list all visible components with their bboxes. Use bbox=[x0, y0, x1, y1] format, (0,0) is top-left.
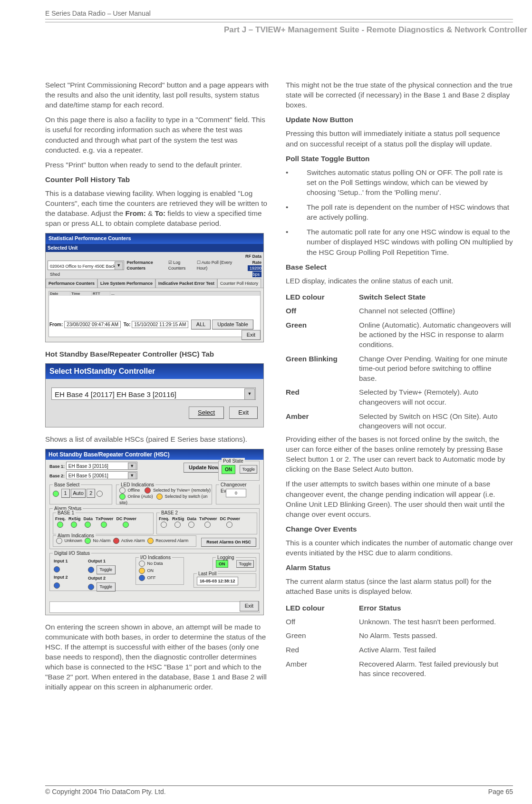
log-counters-check[interactable]: ☑ Log Counters bbox=[168, 260, 194, 271]
para: This might not be the true state of the … bbox=[286, 80, 513, 110]
select-button[interactable]: Select bbox=[189, 407, 224, 419]
label: Online (Auto) bbox=[128, 494, 153, 499]
led-icon bbox=[54, 566, 60, 572]
exit-button[interactable]: Exit bbox=[229, 407, 258, 419]
tab-active[interactable]: Counter Poll History bbox=[217, 279, 261, 288]
label: ON bbox=[147, 568, 154, 573]
reset-alarms-button[interactable]: Reset Alarms On HSC bbox=[201, 538, 256, 546]
input1-label: Input 1 bbox=[54, 559, 68, 563]
col: TxPower bbox=[96, 516, 114, 521]
output2-toggle-button[interactable]: Toggle bbox=[97, 582, 116, 591]
label: Offline bbox=[128, 488, 140, 493]
from-field[interactable]: 23/08/2002 09:47:46 AM bbox=[64, 321, 121, 328]
heading-hsc-tab: Hot Standby Base/Repeater Controller (HS… bbox=[45, 349, 272, 359]
para: This is a counter which indicates the nu… bbox=[286, 538, 513, 558]
output1-toggle-button[interactable]: Toggle bbox=[97, 565, 116, 574]
last-poll-value: 16-05-03 12:38:12 bbox=[197, 577, 238, 585]
led-icon bbox=[139, 561, 145, 567]
base-select-2-button[interactable]: 2 bbox=[87, 489, 95, 498]
td: Green Blinking bbox=[286, 353, 359, 387]
update-table-button[interactable]: Update Table bbox=[212, 320, 253, 329]
selected-unit-dropdown[interactable]: 020043 Office to Ferny 450E Back Shed▼ bbox=[48, 261, 124, 270]
dropdown-value: 020043 Office to Ferny 450E Back Shed bbox=[50, 264, 115, 277]
dio-label: Digital I/O Status bbox=[53, 550, 91, 557]
base2-group: BASE 2 bbox=[160, 510, 179, 516]
td: Active Alarm. Test failed bbox=[359, 644, 513, 658]
rf-rate-label: RF Data Rate bbox=[245, 254, 261, 264]
chevron-down-icon[interactable]: ▼ bbox=[244, 388, 255, 400]
screenshot-select-hsc: Select HotStandby Controller EH Base 4 [… bbox=[45, 363, 264, 427]
td: Red bbox=[286, 644, 359, 658]
led-icon bbox=[88, 567, 94, 573]
led-icon bbox=[56, 538, 62, 544]
chevron-down-icon[interactable]: ▼ bbox=[115, 262, 123, 270]
dropdown-value: EH Base 4 [20117] EH Base 3 [20116] bbox=[55, 390, 176, 398]
led-icon bbox=[139, 575, 145, 581]
rf-rate-value: 19200 bps bbox=[248, 265, 261, 277]
td: Selected by Switch on HSC (On Site). Aut… bbox=[359, 410, 513, 434]
base1-dropdown[interactable]: EH Base 3 [20116]▼ bbox=[66, 462, 137, 470]
header-breadcrumb: E Series Data Radio – User Manual bbox=[45, 10, 513, 17]
led-icon bbox=[188, 522, 194, 528]
heading-changeover: Change Over Events bbox=[286, 524, 513, 534]
data-grid[interactable]: DateTimeRTT... bbox=[48, 291, 261, 337]
td: Unknown. The test hasn't been performed. bbox=[359, 616, 513, 630]
check-label: Log Counters bbox=[168, 260, 186, 271]
bullet: The automatic poll rate for any one HSC … bbox=[286, 227, 513, 257]
col: Freq. bbox=[159, 516, 169, 521]
label: Active Alarm bbox=[121, 538, 145, 543]
para: Shows a list of available HSCs (paired E… bbox=[45, 434, 272, 444]
para: If the user attempts to switch bases wit… bbox=[286, 479, 513, 519]
td: Off bbox=[286, 305, 359, 319]
tab[interactable]: Indicative Packet Error Test bbox=[155, 279, 217, 288]
base2-label: Base 2: bbox=[49, 474, 65, 478]
exit-button[interactable]: Exit bbox=[242, 330, 261, 340]
right-column: This might not be the true state of the … bbox=[286, 80, 513, 697]
led-icon bbox=[57, 522, 63, 528]
led-icon bbox=[161, 522, 167, 528]
changeover-events-value: 0 bbox=[226, 489, 246, 497]
poll-toggle-button[interactable]: Toggle bbox=[240, 465, 257, 474]
chevron-down-icon[interactable]: ▼ bbox=[128, 472, 136, 479]
poll-state-value: ON bbox=[222, 465, 235, 475]
output2-label: Output 2 bbox=[88, 576, 106, 581]
hsc-dropdown[interactable]: EH Base 4 [20117] EH Base 3 [20116] ▼ bbox=[51, 387, 256, 400]
check-label: Auto Poll (Every Hour) bbox=[197, 260, 232, 271]
td: Off bbox=[286, 616, 359, 630]
th: Error Status bbox=[359, 601, 513, 616]
base1-label: Base 1: bbox=[49, 464, 65, 469]
col: DC Power bbox=[116, 516, 137, 521]
exit-button[interactable]: Exit bbox=[240, 601, 259, 611]
base-select-1-button[interactable]: 1 bbox=[61, 489, 70, 498]
led-icon bbox=[88, 584, 94, 590]
label: Performance Counters bbox=[127, 260, 165, 271]
logging-toggle-button[interactable]: Toggle bbox=[236, 560, 254, 568]
chevron-down-icon[interactable]: ▼ bbox=[128, 463, 136, 470]
left-column: Select "Print Commissioning Record" butt… bbox=[45, 80, 272, 697]
to-field[interactable]: 15/10/2002 11:29:15 AM bbox=[132, 321, 188, 328]
led-icon bbox=[101, 522, 107, 528]
base-select-auto-button[interactable]: Auto bbox=[71, 489, 86, 498]
all-button[interactable]: ALL bbox=[191, 320, 211, 329]
footer-copyright: © Copyright 2004 Trio DataCom Pty. Ltd. bbox=[45, 788, 166, 795]
heading-counter-poll: Counter Poll History Tab bbox=[45, 174, 272, 184]
autopoll-check[interactable]: ☐ Auto Poll (Every Hour) bbox=[197, 260, 236, 271]
tab[interactable]: Live System Performance bbox=[97, 279, 155, 288]
led-icon bbox=[85, 522, 91, 528]
screenshot-stat-perf-counters: Statistical Performance Counters Selecte… bbox=[45, 233, 264, 342]
tab[interactable]: Performance Counters bbox=[46, 279, 97, 288]
led-icon bbox=[174, 522, 181, 528]
para: On entering the screen shown in above, a… bbox=[45, 622, 272, 692]
from-label: From: bbox=[49, 322, 63, 327]
to-label: To: bbox=[124, 322, 131, 327]
label: No Alarm bbox=[93, 538, 111, 543]
text-bold: To: bbox=[155, 209, 165, 217]
base2-dropdown[interactable]: EH Base 5 [20061]▼ bbox=[66, 471, 137, 479]
para: This is a database viewing facility. Whe… bbox=[45, 188, 272, 228]
error-status-table: LED colourError Status OffUnknown. The t… bbox=[286, 601, 513, 682]
logging-value: ON bbox=[216, 560, 228, 568]
para: Press "Print" button when ready to send … bbox=[45, 160, 272, 170]
heading-poll-state: Poll State Toggle Button bbox=[286, 154, 513, 164]
led-icon bbox=[226, 522, 232, 528]
td: Red bbox=[286, 386, 359, 410]
